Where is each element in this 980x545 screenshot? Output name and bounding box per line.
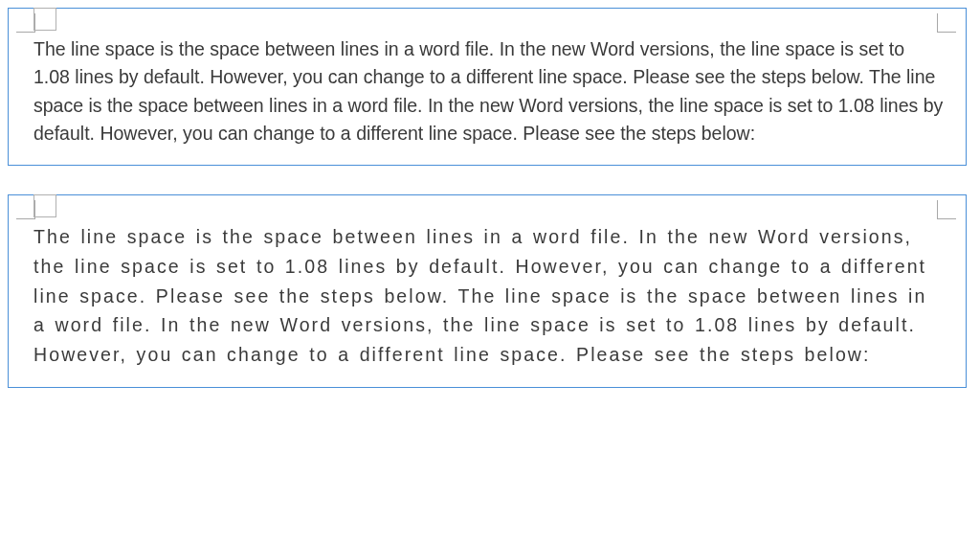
text-box-expanded-spacing[interactable]: The line space is the space between line…	[8, 194, 967, 388]
crop-mark-top-left	[16, 200, 35, 219]
crop-mark-top-right	[937, 13, 956, 33]
crop-mark-top-right	[937, 200, 956, 219]
text-box-normal-spacing[interactable]: The line space is the space between line…	[8, 8, 967, 166]
paragraph-expanded[interactable]: The line space is the space between line…	[33, 222, 945, 370]
paragraph-normal[interactable]: The line space is the space between line…	[33, 35, 945, 148]
crop-mark-top-left	[16, 13, 35, 33]
